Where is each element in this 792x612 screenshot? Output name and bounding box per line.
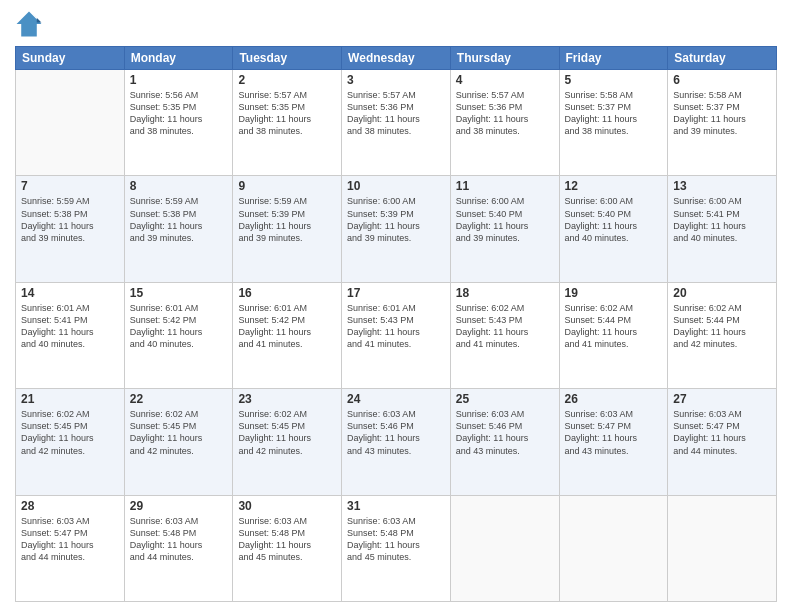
day-number: 17 [347,286,445,300]
day-number: 12 [565,179,663,193]
day-cell: 6Sunrise: 5:58 AMSunset: 5:37 PMDaylight… [668,70,777,176]
day-info: Sunrise: 6:02 AMSunset: 5:45 PMDaylight:… [21,408,119,457]
day-number: 22 [130,392,228,406]
day-number: 11 [456,179,554,193]
logo-icon [15,10,43,38]
day-number: 8 [130,179,228,193]
day-info: Sunrise: 6:02 AMSunset: 5:44 PMDaylight:… [673,302,771,351]
day-number: 4 [456,73,554,87]
day-number: 31 [347,499,445,513]
day-number: 9 [238,179,336,193]
day-cell: 12Sunrise: 6:00 AMSunset: 5:40 PMDayligh… [559,176,668,282]
day-info: Sunrise: 6:01 AMSunset: 5:42 PMDaylight:… [238,302,336,351]
day-cell: 26Sunrise: 6:03 AMSunset: 5:47 PMDayligh… [559,389,668,495]
day-cell: 4Sunrise: 5:57 AMSunset: 5:36 PMDaylight… [450,70,559,176]
day-cell: 27Sunrise: 6:03 AMSunset: 5:47 PMDayligh… [668,389,777,495]
day-info: Sunrise: 6:02 AMSunset: 5:43 PMDaylight:… [456,302,554,351]
day-info: Sunrise: 6:00 AMSunset: 5:41 PMDaylight:… [673,195,771,244]
day-info: Sunrise: 6:00 AMSunset: 5:40 PMDaylight:… [456,195,554,244]
week-row-4: 21Sunrise: 6:02 AMSunset: 5:45 PMDayligh… [16,389,777,495]
day-cell: 14Sunrise: 6:01 AMSunset: 5:41 PMDayligh… [16,282,125,388]
day-cell: 20Sunrise: 6:02 AMSunset: 5:44 PMDayligh… [668,282,777,388]
logo [15,10,47,38]
day-number: 27 [673,392,771,406]
day-info: Sunrise: 6:01 AMSunset: 5:42 PMDaylight:… [130,302,228,351]
day-info: Sunrise: 6:03 AMSunset: 5:46 PMDaylight:… [347,408,445,457]
day-cell: 18Sunrise: 6:02 AMSunset: 5:43 PMDayligh… [450,282,559,388]
day-info: Sunrise: 5:59 AMSunset: 5:38 PMDaylight:… [130,195,228,244]
day-cell: 3Sunrise: 5:57 AMSunset: 5:36 PMDaylight… [342,70,451,176]
day-info: Sunrise: 6:03 AMSunset: 5:47 PMDaylight:… [673,408,771,457]
day-number: 2 [238,73,336,87]
day-cell: 11Sunrise: 6:00 AMSunset: 5:40 PMDayligh… [450,176,559,282]
day-cell: 10Sunrise: 6:00 AMSunset: 5:39 PMDayligh… [342,176,451,282]
day-info: Sunrise: 5:59 AMSunset: 5:39 PMDaylight:… [238,195,336,244]
calendar-header: SundayMondayTuesdayWednesdayThursdayFrid… [16,47,777,70]
day-cell [668,495,777,601]
day-cell: 8Sunrise: 5:59 AMSunset: 5:38 PMDaylight… [124,176,233,282]
day-info: Sunrise: 6:02 AMSunset: 5:44 PMDaylight:… [565,302,663,351]
day-number: 14 [21,286,119,300]
day-number: 16 [238,286,336,300]
day-number: 5 [565,73,663,87]
day-info: Sunrise: 5:58 AMSunset: 5:37 PMDaylight:… [565,89,663,138]
day-info: Sunrise: 6:03 AMSunset: 5:46 PMDaylight:… [456,408,554,457]
day-info: Sunrise: 6:02 AMSunset: 5:45 PMDaylight:… [238,408,336,457]
day-number: 13 [673,179,771,193]
day-cell: 25Sunrise: 6:03 AMSunset: 5:46 PMDayligh… [450,389,559,495]
day-info: Sunrise: 5:58 AMSunset: 5:37 PMDaylight:… [673,89,771,138]
day-cell: 2Sunrise: 5:57 AMSunset: 5:35 PMDaylight… [233,70,342,176]
day-info: Sunrise: 6:03 AMSunset: 5:47 PMDaylight:… [21,515,119,564]
day-cell: 1Sunrise: 5:56 AMSunset: 5:35 PMDaylight… [124,70,233,176]
day-cell [16,70,125,176]
day-info: Sunrise: 6:03 AMSunset: 5:48 PMDaylight:… [130,515,228,564]
day-number: 19 [565,286,663,300]
day-info: Sunrise: 6:03 AMSunset: 5:48 PMDaylight:… [238,515,336,564]
day-number: 20 [673,286,771,300]
day-info: Sunrise: 5:57 AMSunset: 5:36 PMDaylight:… [347,89,445,138]
day-info: Sunrise: 5:57 AMSunset: 5:36 PMDaylight:… [456,89,554,138]
day-number: 28 [21,499,119,513]
day-number: 10 [347,179,445,193]
day-cell: 30Sunrise: 6:03 AMSunset: 5:48 PMDayligh… [233,495,342,601]
header-cell-saturday: Saturday [668,47,777,70]
day-number: 29 [130,499,228,513]
day-cell: 23Sunrise: 6:02 AMSunset: 5:45 PMDayligh… [233,389,342,495]
header-cell-monday: Monday [124,47,233,70]
day-number: 26 [565,392,663,406]
day-number: 24 [347,392,445,406]
day-cell: 7Sunrise: 5:59 AMSunset: 5:38 PMDaylight… [16,176,125,282]
header [15,10,777,38]
day-info: Sunrise: 5:59 AMSunset: 5:38 PMDaylight:… [21,195,119,244]
day-cell: 9Sunrise: 5:59 AMSunset: 5:39 PMDaylight… [233,176,342,282]
header-cell-wednesday: Wednesday [342,47,451,70]
day-cell [559,495,668,601]
header-cell-sunday: Sunday [16,47,125,70]
day-cell: 17Sunrise: 6:01 AMSunset: 5:43 PMDayligh… [342,282,451,388]
day-cell: 24Sunrise: 6:03 AMSunset: 5:46 PMDayligh… [342,389,451,495]
day-cell: 31Sunrise: 6:03 AMSunset: 5:48 PMDayligh… [342,495,451,601]
header-cell-tuesday: Tuesday [233,47,342,70]
header-cell-thursday: Thursday [450,47,559,70]
day-info: Sunrise: 6:02 AMSunset: 5:45 PMDaylight:… [130,408,228,457]
day-cell: 16Sunrise: 6:01 AMSunset: 5:42 PMDayligh… [233,282,342,388]
header-row: SundayMondayTuesdayWednesdayThursdayFrid… [16,47,777,70]
day-number: 30 [238,499,336,513]
day-cell: 29Sunrise: 6:03 AMSunset: 5:48 PMDayligh… [124,495,233,601]
week-row-3: 14Sunrise: 6:01 AMSunset: 5:41 PMDayligh… [16,282,777,388]
calendar-body: 1Sunrise: 5:56 AMSunset: 5:35 PMDaylight… [16,70,777,602]
day-info: Sunrise: 6:03 AMSunset: 5:48 PMDaylight:… [347,515,445,564]
day-number: 6 [673,73,771,87]
day-info: Sunrise: 5:57 AMSunset: 5:35 PMDaylight:… [238,89,336,138]
day-number: 21 [21,392,119,406]
week-row-2: 7Sunrise: 5:59 AMSunset: 5:38 PMDaylight… [16,176,777,282]
day-number: 3 [347,73,445,87]
week-row-1: 1Sunrise: 5:56 AMSunset: 5:35 PMDaylight… [16,70,777,176]
day-cell: 22Sunrise: 6:02 AMSunset: 5:45 PMDayligh… [124,389,233,495]
week-row-5: 28Sunrise: 6:03 AMSunset: 5:47 PMDayligh… [16,495,777,601]
day-cell: 21Sunrise: 6:02 AMSunset: 5:45 PMDayligh… [16,389,125,495]
day-number: 1 [130,73,228,87]
day-number: 18 [456,286,554,300]
calendar-table: SundayMondayTuesdayWednesdayThursdayFrid… [15,46,777,602]
header-cell-friday: Friday [559,47,668,70]
